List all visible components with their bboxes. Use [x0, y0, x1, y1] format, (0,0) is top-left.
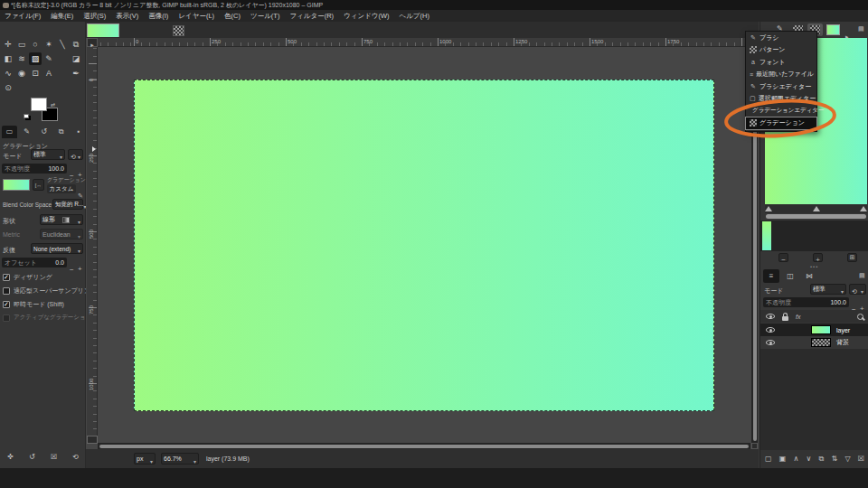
anchor-layer-icon[interactable]: ▽ [844, 455, 850, 463]
lock-column-icon[interactable] [782, 316, 788, 321]
new-layer-icon[interactable]: ▢ [765, 455, 772, 463]
zoom-select[interactable]: 66.7% [161, 453, 199, 465]
duplicate-layer-icon[interactable]: ⧉ [819, 455, 825, 463]
default-colors-icon[interactable] [24, 114, 29, 118]
blur-tool-button[interactable]: ◉ [15, 67, 28, 80]
menu-item-gradients[interactable]: グラデーション [746, 117, 816, 130]
instant-mode-checkbox-row[interactable]: 即時モード (Shift) [3, 300, 64, 309]
mode-select[interactable]: 標準 [31, 149, 65, 160]
menu-colors[interactable]: 色(C) [224, 12, 241, 21]
mode-switch-button[interactable] [68, 149, 83, 160]
layer-row-selected[interactable]: layer [760, 324, 868, 336]
menu-layer[interactable]: レイヤー(L) [178, 12, 214, 21]
canvas-image[interactable] [134, 80, 714, 411]
editor-zoom-in-button[interactable] [813, 253, 823, 262]
save-tool-preset-icon[interactable]: ✜ [7, 454, 14, 461]
gradient-handle-track[interactable] [765, 204, 867, 213]
layer-visibility-icon[interactable] [766, 327, 775, 333]
layer-name[interactable]: layer [836, 327, 850, 333]
opacity-slider[interactable]: 不透明度 100.0 [2, 164, 67, 174]
layers-tab[interactable]: ≡ [763, 269, 779, 283]
layers-mode-select[interactable]: 標準 [810, 284, 846, 295]
gradient-name-value[interactable]: カスタム [47, 184, 76, 193]
menu-windows[interactable]: ウィンドウ(W) [344, 12, 389, 21]
menu-view[interactable]: 表示(V) [116, 12, 138, 21]
smudge-tool-button[interactable]: ≋ [15, 52, 28, 65]
menu-select[interactable]: 選択(S) [83, 12, 106, 21]
gradient-position-bar[interactable] [766, 214, 866, 219]
menu-item-gradient-editor[interactable]: グラデーションエディター [746, 105, 816, 117]
new-layer-group-icon[interactable]: ▣ [779, 455, 787, 463]
offset-decrease-button[interactable] [70, 259, 74, 276]
layer-visibility-icon[interactable] [766, 340, 775, 345]
layers-mode-switch-button[interactable] [849, 284, 866, 295]
quick-mask-button[interactable] [87, 436, 98, 444]
fuzzy-select-tool-button[interactable]: ✶ [42, 38, 55, 51]
menu-tools[interactable]: ツール(T) [250, 12, 279, 21]
images-tab[interactable]: ⧉ [53, 126, 69, 138]
tool-options-tab[interactable]: ▭ [2, 126, 17, 138]
editor-zoom-fit-button[interactable]: ⊞ [847, 253, 857, 262]
fx-column-label[interactable]: fx [796, 314, 800, 320]
menu-item-selection-editor[interactable]: ▢ 選択範囲エディター [746, 93, 816, 106]
gradient-handle-right[interactable] [860, 206, 867, 211]
repeat-select[interactable]: None (extend) [31, 243, 83, 254]
zoom-tool-button[interactable]: ⊙ [2, 81, 14, 94]
rectangle-select-tool-button[interactable]: ▭ [15, 38, 28, 51]
clone-tool-button[interactable]: ⊡ [29, 67, 42, 80]
layer-row[interactable]: 背景 [760, 336, 868, 349]
dock-configure-icon[interactable]: ▤ [858, 25, 864, 32]
menu-item-brushes[interactable]: ✎ ブラシ [746, 32, 816, 44]
reset-tool-options-icon[interactable]: ⟲ [72, 454, 79, 461]
supersampling-checkbox-row[interactable]: 適応型スーパーサンプリング [3, 286, 97, 296]
swap-colors-icon[interactable] [51, 94, 55, 110]
crop-tool-button[interactable]: ⧉ [70, 38, 82, 51]
ruler-corner-button[interactable] [87, 38, 98, 47]
menu-item-recent-files[interactable]: ≡ 最近開いたファイル [746, 69, 816, 81]
navigation-button[interactable] [751, 443, 758, 449]
merge-layer-icon[interactable]: ⇅ [832, 455, 838, 463]
menu-item-brush-editor[interactable]: ✎ ブラシエディター [746, 80, 816, 93]
gradient-preview-swatch[interactable] [3, 179, 30, 191]
image-tab-extra-icon[interactable] [173, 25, 184, 36]
visibility-column-icon[interactable] [766, 314, 775, 319]
unit-select[interactable]: px [134, 453, 156, 465]
menu-item-fonts[interactable]: a フォント [746, 56, 816, 69]
dock-configure-button[interactable]: ▪ [74, 127, 83, 136]
channels-tab[interactable]: ◫ [782, 269, 798, 283]
layers-dock-menu-icon[interactable]: ▤ [859, 272, 865, 278]
gradient-tool-button[interactable]: ▨ [29, 52, 42, 65]
image-thumbnail-tab[interactable] [826, 24, 840, 35]
menu-image[interactable]: 画像(I) [148, 12, 168, 21]
move-tool-button[interactable]: ✛ [2, 38, 14, 51]
raise-layer-icon[interactable]: ∧ [794, 455, 799, 463]
ink-tool-button[interactable]: ✒ [70, 67, 82, 80]
gradient-list-item[interactable] [762, 221, 771, 250]
menu-item-patterns[interactable]: パターン [746, 44, 816, 57]
device-status-tab[interactable]: ✎ [19, 126, 34, 138]
dithering-checkbox-row[interactable]: ディザリング [3, 273, 52, 282]
offset-slider[interactable]: オフセット 0.0 [2, 258, 67, 267]
menu-file[interactable]: ファイル(F) [5, 12, 41, 21]
bucket-fill-tool-button[interactable]: ◧ [2, 52, 14, 65]
free-select-tool-button[interactable]: ○ [29, 38, 42, 51]
horizontal-scrollbar-thumb[interactable] [99, 445, 749, 448]
blend-space-select[interactable]: 知覚的 R... [52, 199, 83, 210]
pencil-tool-button[interactable]: ✎ [42, 52, 55, 65]
delete-layer-icon[interactable]: ☒ [858, 455, 864, 463]
paths-tab[interactable]: ⋈ [801, 269, 817, 283]
horizontal-ruler[interactable]: 0 250 500 750 1000 1250 1500 1750 [98, 38, 754, 47]
eraser-tool-button[interactable]: ◪ [70, 52, 82, 65]
delete-tool-preset-icon[interactable]: ☒ [51, 454, 57, 461]
menu-help[interactable]: ヘルプ(H) [400, 12, 429, 21]
text-tool-button[interactable]: A [42, 67, 55, 80]
gradient-handle-mid[interactable] [813, 206, 820, 211]
menu-filters[interactable]: フィルター(R) [289, 12, 334, 21]
search-layers-icon[interactable] [857, 314, 863, 320]
offset-increase-button[interactable] [78, 258, 82, 275]
horizontal-scrollbar[interactable] [98, 443, 750, 449]
gradient-reverse-button[interactable]: [↔ [33, 179, 44, 191]
restore-tool-preset-icon[interactable]: ↺ [29, 454, 35, 461]
vertical-ruler[interactable]: 0 250 500 750 1000 [87, 47, 98, 443]
layer-name[interactable]: 背景 [836, 338, 849, 347]
